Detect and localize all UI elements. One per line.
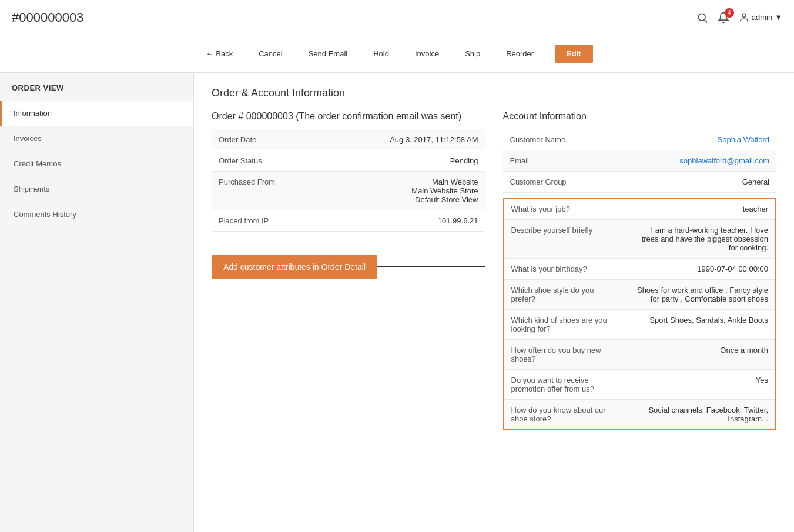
account-row-value: sophiawalford@gmail.com [612, 150, 776, 172]
order-block-title: Order # 000000003 (The order confirmatio… [212, 111, 485, 122]
custom-attr-label: Describe yourself briefly [504, 220, 627, 259]
order-info-table: Order DateAug 3, 2017, 11:12:58 AMOrder … [212, 129, 485, 232]
order-row-label: Order Status [212, 150, 321, 172]
callout-bubble: Add customer attributes in Order Detail [212, 255, 377, 279]
section-title: Order & Account Information [212, 87, 776, 99]
custom-attr-label: Which kind of shoes are you looking for? [504, 310, 627, 340]
order-row-value: 101.99.6.21 [321, 210, 485, 232]
custom-attrs-table: What is your job?teacherDescribe yoursel… [504, 199, 776, 429]
sidebar-title: ORDER VIEW [0, 73, 193, 101]
account-info-table: Customer NameSophia WalfordEmailsophiawa… [503, 129, 777, 193]
order-row-value: Main WebsiteMain Website StoreDefault St… [321, 172, 485, 210]
custom-attr-value: Once a month [626, 340, 775, 370]
admin-chevron-icon: ▼ [775, 13, 782, 22]
cancel-button[interactable]: Cancel [254, 46, 287, 62]
send-email-button[interactable]: Send Email [304, 46, 352, 62]
custom-attr-label: Which shoe style do you prefer? [504, 280, 627, 310]
sidebar: ORDER VIEW Information Invoices Credit M… [0, 73, 194, 532]
toolbar: ← Back Cancel Send Email Hold Invoice Sh… [0, 35, 794, 73]
account-block-title: Account Information [503, 111, 777, 122]
content-area: Order & Account Information Order # 0000… [194, 73, 794, 532]
back-arrow-icon: ← [206, 49, 213, 58]
sidebar-item-comments-history[interactable]: Comments History [0, 202, 193, 227]
invoice-button[interactable]: Invoice [410, 46, 444, 62]
main-layout: ORDER VIEW Information Invoices Credit M… [0, 73, 794, 532]
admin-menu[interactable]: admin ▼ [739, 12, 782, 23]
reorder-button[interactable]: Reorder [501, 46, 538, 62]
order-row-label: Placed from IP [212, 210, 321, 232]
custom-attr-label: How do you know about our shoe store? [504, 400, 627, 430]
custom-attr-label: How often do you buy new shoes? [504, 340, 627, 370]
search-icon[interactable] [696, 12, 708, 24]
two-column-layout: Order # 000000003 (The order confirmatio… [212, 111, 776, 430]
account-row-value: General [612, 172, 776, 193]
custom-attr-value: Sport Shoes, Sandals, Ankle Boots [626, 310, 775, 340]
custom-attr-value: Yes [626, 370, 775, 400]
hold-button[interactable]: Hold [368, 46, 394, 62]
header-right: 4 admin ▼ [696, 12, 782, 24]
admin-label: admin [752, 13, 772, 22]
back-button[interactable]: ← Back [201, 46, 237, 62]
order-row-value: Aug 3, 2017, 11:12:58 AM [321, 129, 485, 150]
order-row-label: Purchased From [212, 172, 321, 210]
callout-line [377, 266, 485, 267]
callout-container: Add customer attributes in Order Detail [212, 255, 485, 279]
custom-attr-value: teacher [626, 199, 775, 220]
top-header: #000000003 4 admin ▼ [0, 0, 794, 35]
account-row-label: Customer Group [503, 172, 612, 193]
custom-attr-label: What is your job? [504, 199, 627, 220]
account-row-label: Customer Name [503, 129, 612, 150]
svg-line-1 [704, 19, 707, 22]
account-row-label: Email [503, 150, 612, 172]
svg-point-2 [742, 14, 746, 17]
order-id: #000000003 [12, 10, 83, 25]
svg-point-0 [698, 14, 705, 21]
sidebar-item-information[interactable]: Information [0, 101, 193, 126]
custom-attr-value: Shoes for work and office , Fancy style … [626, 280, 775, 310]
sidebar-item-shipments[interactable]: Shipments [0, 176, 193, 202]
account-row-value: Sophia Walford [612, 129, 776, 150]
custom-attributes-box: What is your job?teacherDescribe yoursel… [503, 198, 777, 430]
custom-attr-value: Social channels: Facebook, Twitter, Inst… [626, 400, 775, 430]
order-row-label: Order Date [212, 129, 321, 150]
edit-button[interactable]: Edit [555, 45, 593, 63]
order-info-column: Order # 000000003 (The order confirmatio… [212, 111, 485, 430]
custom-attr-value: 1990-07-04 00:00:00 [626, 259, 775, 280]
custom-attr-label: Do you want to receive promotion offer f… [504, 370, 627, 400]
account-info-column: Account Information Customer NameSophia … [503, 111, 777, 430]
order-row-value: Pending [321, 150, 485, 172]
notifications-bell[interactable]: 4 [718, 12, 729, 24]
sidebar-item-invoices[interactable]: Invoices [0, 126, 193, 151]
sidebar-item-credit-memos[interactable]: Credit Memos [0, 151, 193, 176]
ship-button[interactable]: Ship [460, 46, 485, 62]
notification-badge: 4 [725, 8, 734, 18]
custom-attr-label: What is your birthday? [504, 259, 627, 280]
custom-attr-value: I am a hard-working teacher. I love tree… [626, 220, 775, 259]
